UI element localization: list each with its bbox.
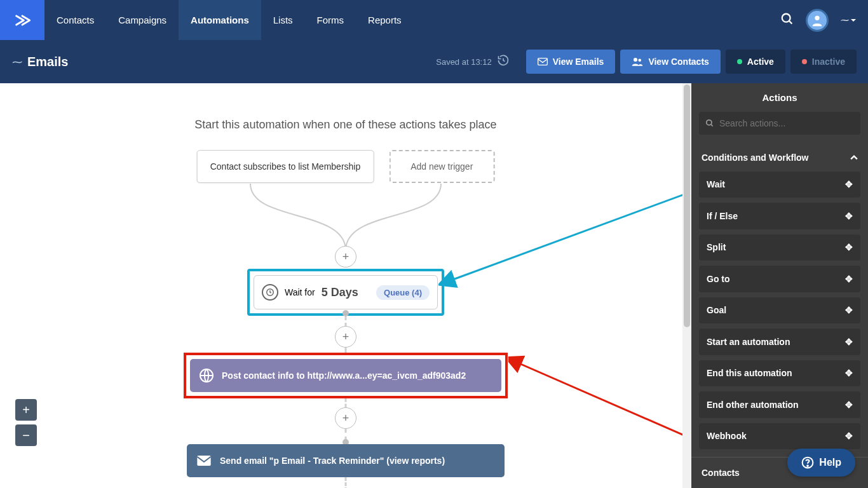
clock-icon	[262, 284, 278, 301]
automation-canvas[interactable]: Start this automation when one of these …	[0, 83, 691, 488]
mail-icon	[538, 58, 548, 65]
active-toggle[interactable]: Active	[726, 50, 785, 74]
chevron-up-icon	[850, 154, 858, 161]
globe-icon	[199, 368, 214, 383]
connector-curves	[187, 184, 505, 250]
trigger-1[interactable]: Contact subscribes to list Membership	[197, 150, 374, 183]
inactive-dot-icon	[802, 59, 807, 64]
action-goal[interactable]: Goal✥	[699, 297, 860, 324]
annotation-arrow-red	[508, 350, 691, 445]
connector-line	[345, 398, 347, 407]
svg-rect-8	[197, 456, 210, 466]
svg-point-11	[707, 120, 712, 125]
email-label: Send email "p Email - Track Reminder" (v…	[220, 456, 445, 466]
action-end-other-automation[interactable]: End other automation✥	[699, 391, 860, 418]
svg-point-4	[634, 58, 637, 62]
actions-sidebar: Actions Conditions and Workflow Wait✥ If…	[691, 83, 868, 488]
connector-line	[345, 477, 347, 488]
svg-line-1	[789, 20, 792, 24]
webhook-step[interactable]: Post contact info to http://www.a...ey=a…	[190, 359, 501, 392]
move-icon: ✥	[845, 305, 853, 315]
help-icon	[801, 456, 814, 469]
action-goto[interactable]: Go to✥	[699, 266, 860, 292]
svg-point-2	[815, 15, 819, 20]
action-wait[interactable]: Wait✥	[699, 172, 860, 198]
view-contacts-button[interactable]: View Contacts	[620, 50, 720, 74]
connector-line	[345, 316, 347, 327]
account-menu[interactable]: ⁓	[840, 15, 857, 25]
action-start-automation[interactable]: Start an automation✥	[699, 329, 860, 355]
inactive-toggle[interactable]: Inactive	[790, 50, 857, 74]
svg-point-0	[782, 13, 790, 22]
zoom-out[interactable]: −	[15, 424, 37, 446]
move-icon: ✥	[845, 400, 853, 410]
action-if-else[interactable]: If / Else✥	[699, 203, 860, 229]
automation-icon: ⁓	[11, 56, 21, 68]
svg-point-5	[639, 59, 642, 62]
svg-line-12	[711, 125, 713, 126]
nav-reports[interactable]: Reports	[356, 0, 414, 40]
move-icon: ✥	[845, 179, 853, 189]
top-nav: Contacts Campaigns Automations Lists For…	[0, 0, 868, 40]
webhook-step-highlight: Post contact info to http://www.a...ey=a…	[184, 353, 508, 398]
send-email-step[interactable]: Send email "p Email - Track Reminder" (v…	[187, 444, 505, 477]
people-icon	[632, 57, 643, 67]
nav-campaigns[interactable]: Campaigns	[106, 0, 179, 40]
account-name: ⁓	[840, 15, 848, 25]
add-step-node-3[interactable]: +	[335, 407, 356, 429]
saved-at: Saved at 13:12	[436, 57, 491, 67]
chevron-logo-icon	[13, 11, 31, 29]
user-icon	[810, 13, 824, 27]
avatar[interactable]	[806, 9, 829, 32]
move-icon: ✥	[845, 242, 853, 252]
mail-icon	[197, 456, 211, 466]
wait-step-highlight: Wait for 5 Days Queue (4)	[247, 269, 444, 316]
move-icon: ✥	[845, 337, 853, 347]
search-icon	[705, 119, 714, 128]
zoom-controls: + −	[15, 399, 37, 450]
action-webhook[interactable]: Webhook✥	[699, 423, 860, 450]
section-conditions-workflow[interactable]: Conditions and Workflow	[691, 144, 868, 172]
move-icon: ✥	[845, 368, 853, 378]
svg-point-14	[807, 465, 808, 466]
scroll-thumb[interactable]	[684, 85, 690, 327]
nav-contacts[interactable]: Contacts	[44, 0, 106, 40]
add-step-node-1[interactable]: +	[335, 246, 356, 268]
connector-dot	[342, 310, 349, 316]
wait-prefix: Wait for	[285, 287, 315, 297]
action-split[interactable]: Split✥	[699, 234, 860, 261]
webhook-label: Post contact info to http://www.a...ey=a…	[222, 370, 466, 381]
scrollbar[interactable]	[682, 83, 691, 488]
nav-items: Contacts Campaigns Automations Lists For…	[44, 0, 780, 40]
nav-forms[interactable]: Forms	[305, 0, 356, 40]
active-dot-icon	[737, 59, 742, 64]
help-button[interactable]: Help	[787, 449, 855, 477]
app-logo[interactable]	[0, 0, 44, 40]
action-end-automation[interactable]: End this automation✥	[699, 360, 860, 387]
history-icon[interactable]	[497, 54, 510, 69]
svg-line-10	[518, 363, 691, 439]
nav-automations[interactable]: Automations	[179, 0, 261, 40]
svg-rect-3	[538, 58, 547, 65]
actions-search-input[interactable]	[719, 118, 854, 128]
move-icon: ✥	[845, 274, 853, 284]
add-step-node-2[interactable]: +	[335, 326, 356, 348]
nav-lists[interactable]: Lists	[261, 0, 305, 40]
automation-title: Emails	[27, 55, 68, 69]
chevron-down-icon	[850, 17, 857, 24]
nav-right: ⁓	[780, 0, 868, 40]
zoom-in[interactable]: +	[15, 399, 37, 421]
wait-duration: 5 Days	[322, 286, 358, 299]
move-icon: ✥	[845, 211, 853, 221]
view-emails-button[interactable]: View Emails	[526, 50, 616, 74]
actions-title: Actions	[691, 83, 868, 112]
add-trigger[interactable]: Add new trigger	[389, 150, 494, 183]
queue-count[interactable]: Queue (4)	[376, 285, 430, 300]
search-icon[interactable]	[780, 12, 794, 29]
subheader: ⁓ Emails Saved at 13:12 View Emails View…	[0, 40, 868, 83]
move-icon: ✥	[845, 431, 853, 441]
start-description: Start this automation when one of these …	[0, 118, 691, 132]
actions-search[interactable]	[699, 112, 860, 135]
wait-step[interactable]: Wait for 5 Days Queue (4)	[254, 275, 438, 309]
